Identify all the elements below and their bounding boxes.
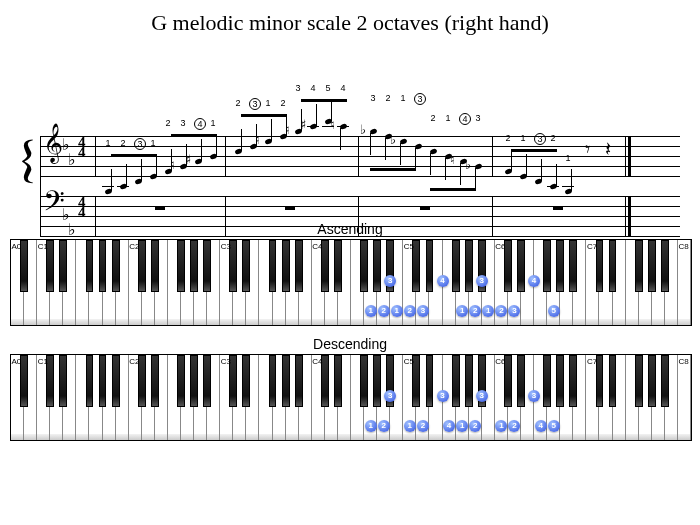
black-key [20,240,28,292]
staff-line [40,236,680,237]
fingering-number: 2 [429,113,437,123]
fingering-number: 3 [134,138,146,150]
finger-marker: 4 [443,420,455,432]
stem [556,164,557,186]
octave-label: C4 [312,357,322,366]
black-key [426,240,434,292]
time-signature: 44 [78,137,86,157]
barline [492,196,493,236]
fingering-number: 2 [234,98,242,108]
stem [415,148,416,170]
accidental: ♮ [255,132,260,148]
music-staff: 𝄔𝄞𝄢♭♭♭♭444412312♮3♯4123♮12♮3♯45♮4♭32♭132… [10,56,690,206]
black-key [360,355,368,407]
stem [216,134,217,156]
fingering-number: 2 [504,133,512,143]
black-key [635,240,643,292]
finger-marker: 2 [417,420,429,432]
black-key [190,355,198,407]
finger-marker: 3 [476,275,488,287]
stem [316,104,317,126]
stem [156,154,157,176]
accidental: ♮ [285,122,290,138]
octave-label: C3 [221,242,231,251]
black-key [282,355,290,407]
staff-line [40,196,680,197]
fingering-number: 1 [264,98,272,108]
barline [625,196,626,236]
finger-marker: 3 [528,390,540,402]
octave-label: C5 [404,357,414,366]
beam [111,154,157,157]
octave-label: C5 [404,242,414,251]
black-key [20,355,28,407]
staff-line [40,206,680,207]
descending-label: Descending [10,336,690,352]
octave-label: C6 [495,242,505,251]
finger-marker: 1 [365,305,377,317]
whole-rest [155,206,165,210]
barline [95,136,96,176]
black-key [112,355,120,407]
black-key [569,240,577,292]
stem [385,138,386,160]
black-key [648,355,656,407]
fingering-number: 1 [209,118,217,128]
octave-label: C2 [129,357,139,366]
octave-label: C1 [38,357,48,366]
octave-label: C2 [129,242,139,251]
barline [625,136,626,176]
treble-clef: 𝄞 [43,126,63,160]
finger-marker: 4 [528,275,540,287]
fingering-number: 2 [119,138,127,148]
stem [445,158,446,180]
black-key [556,355,564,407]
staff-line [40,216,680,217]
beam [171,134,217,137]
fingering-number: 4 [459,113,471,125]
finger-marker: 4 [535,420,547,432]
black-key [517,240,525,292]
black-key [648,240,656,292]
beam [511,149,557,152]
black-key [269,240,277,292]
octave-label: C3 [221,357,231,366]
finger-marker: 1 [391,305,403,317]
black-key [177,240,185,292]
accidental: ♯ [300,117,306,133]
black-key [242,355,250,407]
fingering-number: 3 [414,93,426,105]
octave-label: A0 [12,357,22,366]
black-key [569,355,577,407]
barline [40,136,41,236]
time-signature: 44 [78,197,86,217]
black-key [426,355,434,407]
octave-label: C4 [312,242,322,251]
grand-staff-brace: 𝄔 [20,131,34,196]
ascending-label: Ascending [10,221,690,237]
ledger-line [102,186,114,187]
fingering-number: 1 [104,138,112,148]
finger-marker: 4 [437,275,449,287]
black-key [635,355,643,407]
fingering-number: 3 [474,113,482,123]
finger-marker: 2 [378,420,390,432]
barline [358,196,359,236]
beam [241,114,287,117]
accidental: ♭ [360,122,366,138]
octave-label: C7 [587,242,597,251]
black-key [59,240,67,292]
finger-marker: 3 [417,305,429,317]
stem [571,169,572,191]
black-key [190,240,198,292]
stem [460,163,461,185]
black-key [269,355,277,407]
stem [141,159,142,181]
fingering-number: 2 [279,98,287,108]
black-key [282,240,290,292]
black-key [151,240,159,292]
barline [225,136,226,176]
finger-marker: 2 [378,305,390,317]
final-barline [628,196,631,236]
stem [201,139,202,161]
